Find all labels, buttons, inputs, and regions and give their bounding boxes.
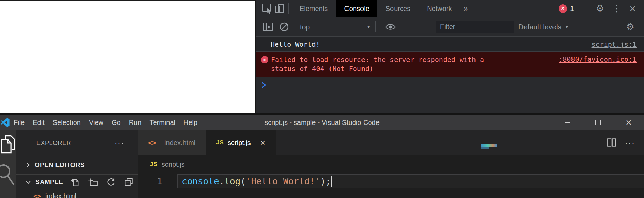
console-settings-gear-icon[interactable]: ⚙: [626, 22, 634, 31]
chevron-down-icon: [25, 179, 31, 185]
context-selector[interactable]: top ▼: [300, 23, 371, 31]
html-file-icon: <>: [148, 138, 156, 147]
window-controls: ×: [552, 115, 644, 130]
explorer-files-icon[interactable]: [0, 134, 16, 154]
js-file-icon: JS: [216, 139, 224, 146]
error-icon: ×: [261, 56, 268, 63]
more-tabs-icon[interactable]: »: [460, 4, 471, 13]
html-file-icon: <>: [33, 192, 41, 198]
log-source-link[interactable]: script.js:1: [592, 40, 637, 48]
console-log-row: Hello World! script.js:1: [256, 37, 644, 52]
tab-label: script.js: [228, 139, 251, 147]
context-label: top: [300, 23, 310, 31]
prompt-chevron-icon: [261, 82, 267, 88]
error-count: 1: [570, 5, 574, 13]
folder-actions: [70, 177, 133, 187]
split-editor-icon[interactable]: [607, 138, 616, 147]
devtools-tabbar: Elements Console Sources Network » × 1 ⚙…: [256, 0, 644, 17]
minimap[interactable]: [481, 144, 497, 147]
devtools-tabbar-right: × 1 ⚙ ⋮ ×: [559, 3, 644, 14]
refresh-icon[interactable]: [107, 178, 115, 186]
open-editors-section[interactable]: OPEN EDITORS: [16, 155, 138, 175]
folder-section[interactable]: SAMPLE: [16, 175, 138, 189]
live-expression-eye-icon[interactable]: [384, 21, 397, 33]
new-folder-icon[interactable]: [88, 178, 98, 186]
tab-console[interactable]: Console: [336, 0, 377, 17]
editor-actions: ···: [607, 130, 644, 155]
folder-label: SAMPLE: [35, 178, 63, 186]
error-count-badge[interactable]: × 1: [559, 4, 574, 13]
search-icon[interactable]: [0, 163, 16, 187]
chevron-right-icon: [25, 162, 31, 168]
explorer-sidebar: EXPLORER ··· OPEN EDITORS SAMPLE: [16, 130, 138, 198]
settings-gear-icon[interactable]: ⚙: [596, 4, 604, 13]
tab-index-html[interactable]: <> index.html: [138, 130, 206, 155]
breadcrumb: JS script.js: [138, 155, 644, 174]
menu-run[interactable]: Run: [125, 115, 146, 130]
console-messages: Hello World! script.js:1 × Failed to loa…: [256, 37, 644, 88]
tab-close-icon[interactable]: ×: [260, 138, 265, 147]
devtools-menu-icon[interactable]: ⋮: [612, 4, 621, 13]
close-button[interactable]: ×: [613, 115, 644, 130]
file-item-index-html[interactable]: <> index.html: [16, 189, 138, 198]
console-toolbar: top ▼ Default levels ▼ ⚙: [256, 17, 644, 37]
editor-tabbar: <> index.html JS script.js ×: [138, 130, 644, 155]
error-line-1: Failed to load resource: the server resp…: [271, 55, 484, 64]
console-sidebar-icon[interactable]: [262, 21, 274, 33]
code-token: .: [219, 176, 225, 186]
divider: [375, 21, 376, 32]
vscode-body: EXPLORER ··· OPEN EDITORS SAMPLE: [0, 130, 644, 198]
tab-sources[interactable]: Sources: [377, 0, 419, 17]
error-icon: ×: [559, 4, 567, 13]
log-levels-dropdown[interactable]: Default levels ▼: [518, 23, 569, 31]
breadcrumb-item-file[interactable]: script.js: [162, 161, 185, 168]
menu-file[interactable]: File: [10, 115, 29, 130]
clear-console-icon[interactable]: [278, 21, 290, 33]
line-number: 1: [138, 176, 177, 186]
window-title: script.js - sample - Visual Studio Code: [264, 119, 380, 127]
new-file-icon[interactable]: [70, 177, 79, 187]
inspect-element-icon[interactable]: [261, 2, 273, 15]
divider: [288, 3, 289, 14]
menu-view[interactable]: View: [85, 115, 108, 130]
code-token: ;: [326, 176, 331, 186]
file-item-label: index.html: [45, 192, 76, 198]
vscode-window: File Edit Selection View Go Run Terminal…: [0, 113, 644, 198]
explorer-more-icon[interactable]: ···: [115, 138, 124, 147]
tab-script-js[interactable]: JS script.js ×: [206, 130, 276, 155]
minimize-button[interactable]: [552, 115, 583, 130]
code-line-1: 1 console.log('Hello World!');: [138, 174, 644, 189]
error-source-link[interactable]: :8080/favicon.ico:1: [559, 55, 637, 63]
maximize-button[interactable]: [583, 115, 613, 130]
tab-network[interactable]: Network: [419, 0, 460, 17]
filter-input[interactable]: [436, 21, 514, 33]
menu-terminal[interactable]: Terminal: [145, 115, 179, 130]
menu-go[interactable]: Go: [108, 115, 125, 130]
browser-window: Elements Console Sources Network » × 1 ⚙…: [0, 0, 644, 113]
menu-selection[interactable]: Selection: [49, 115, 85, 130]
divider: [294, 21, 294, 32]
tab-elements[interactable]: Elements: [291, 0, 336, 17]
devtools-close-icon[interactable]: ×: [629, 3, 636, 14]
open-editors-label: OPEN EDITORS: [35, 161, 85, 169]
maximize-icon: [595, 120, 601, 125]
minimap-line: [481, 147, 489, 149]
device-toolbar-icon[interactable]: [273, 2, 286, 15]
js-file-icon: JS: [150, 161, 158, 168]
menu-help[interactable]: Help: [179, 115, 202, 130]
vscode-titlebar: File Edit Selection View Go Run Terminal…: [0, 115, 644, 130]
vscode-logo-icon: [1, 118, 10, 127]
editor-more-actions-icon[interactable]: ···: [625, 138, 635, 147]
activity-bar: [0, 130, 16, 198]
menu-edit[interactable]: Edit: [29, 115, 48, 130]
collapse-all-icon[interactable]: [124, 178, 133, 186]
editor-group: <> index.html JS script.js ×: [138, 130, 644, 198]
explorer-title: EXPLORER: [36, 139, 71, 147]
code-editor[interactable]: 1 console.log('Hello World!');: [138, 174, 644, 198]
console-error-row: × Failed to load resource: the server re…: [256, 52, 644, 77]
minimize-icon: [565, 122, 570, 123]
console-prompt[interactable]: [256, 77, 644, 88]
code-token: (: [240, 176, 246, 186]
explorer-header: EXPLORER ···: [16, 130, 138, 155]
code-token: log: [224, 176, 240, 186]
